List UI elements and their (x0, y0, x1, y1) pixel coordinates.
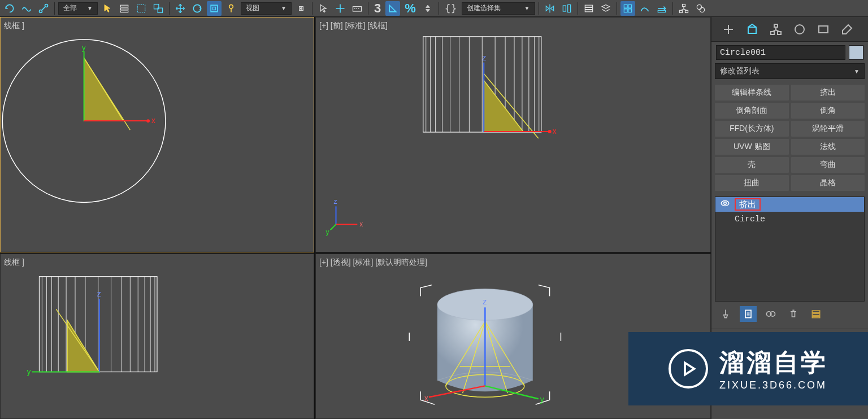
braces-icon[interactable]: {} (442, 2, 459, 14)
tool-link-icon[interactable] (36, 1, 51, 16)
tool-wave-icon[interactable] (19, 1, 34, 16)
svg-rect-16 (567, 5, 570, 12)
filter-dropdown[interactable]: 全部▼ (58, 2, 98, 15)
select-name-icon[interactable] (117, 1, 132, 16)
dope-sheet-icon[interactable] (654, 1, 669, 16)
selection-set-dropdown[interactable]: 创建选择集▼ (462, 2, 535, 15)
modbtn-ffd-box[interactable]: FFD(长方体) (715, 121, 789, 137)
svg-rect-24 (658, 10, 665, 12)
percent-snap-icon[interactable]: % (402, 1, 418, 16)
command-panel-tabs (711, 17, 868, 42)
modbtn-bevel[interactable]: 倒角 (791, 103, 865, 119)
svg-marker-83 (67, 320, 99, 372)
modbtn-edit-spline[interactable]: 编辑样条线 (715, 85, 789, 101)
modbtn-twist[interactable]: 扭曲 (715, 175, 789, 191)
angle-snap-icon[interactable] (385, 1, 400, 16)
stack-item-extrude[interactable]: 挤出 (715, 197, 864, 212)
object-name-input[interactable] (716, 45, 845, 60)
align-icon[interactable] (559, 1, 574, 16)
separator (539, 2, 539, 15)
make-unique-icon[interactable] (762, 306, 779, 322)
viewport-front[interactable]: [+] [前] [标准] [线框] z x (315, 17, 711, 252)
window-cross-icon[interactable] (151, 1, 166, 16)
modbtn-shell[interactable]: 壳 (715, 157, 789, 173)
separator (672, 2, 673, 15)
svg-rect-98 (771, 32, 774, 34)
viewport-left[interactable]: 线框 ] z y (0, 254, 314, 419)
modbtn-bevel-profile[interactable]: 倒角剖面 (715, 103, 789, 119)
separator (368, 2, 368, 15)
move-icon[interactable] (173, 1, 188, 16)
svg-rect-2 (120, 5, 128, 7)
placement-icon[interactable] (224, 1, 238, 16)
rotate-icon[interactable] (190, 1, 205, 16)
pivot-icon[interactable] (294, 1, 309, 16)
layers-icon[interactable] (598, 1, 613, 16)
modbtn-bend[interactable]: 弯曲 (791, 157, 865, 173)
visibility-eye-icon[interactable] (715, 198, 735, 211)
dropdown-label: 修改器列表 (720, 66, 760, 76)
scale-icon[interactable] (207, 1, 222, 16)
svg-point-102 (721, 200, 729, 206)
marquee-rect-icon[interactable] (134, 1, 149, 16)
svg-rect-3 (120, 8, 128, 10)
object-color-swatch[interactable] (849, 45, 863, 60)
modbtn-uvw-map[interactable]: UVW 贴图 (715, 139, 789, 155)
show-end-result-icon[interactable] (740, 306, 757, 322)
svg-text:x: x (424, 394, 428, 403)
svg-rect-25 (682, 4, 685, 6)
modifier-list-dropdown[interactable]: 修改器列表 ▼ (715, 63, 865, 79)
svg-line-65 (331, 224, 336, 230)
curve-editor-icon[interactable] (637, 1, 652, 16)
snap-3-icon[interactable]: 3 (372, 1, 383, 16)
configure-sets-icon[interactable] (808, 306, 824, 322)
move-arrows-icon[interactable] (333, 1, 348, 16)
pin-stack-icon[interactable] (717, 306, 734, 322)
spinner-snap-icon[interactable] (420, 1, 435, 16)
svg-text:z: z (97, 289, 101, 298)
svg-rect-17 (585, 5, 592, 7)
remove-modifier-icon[interactable] (785, 306, 802, 322)
highlighted-modifier: 挤出 (735, 198, 761, 211)
svg-text:z: z (334, 198, 337, 206)
viewport-top[interactable]: 线框 ] y x (0, 17, 314, 252)
svg-rect-22 (624, 8, 627, 12)
dropdown-label: 创建选择集 (467, 3, 501, 13)
select-arrow-icon[interactable] (100, 1, 115, 16)
modify-tab-icon[interactable] (744, 21, 760, 37)
svg-rect-15 (563, 6, 566, 11)
chevron-down-icon: ▼ (281, 5, 287, 11)
modbtn-normal[interactable]: 法线 (791, 139, 865, 155)
modbtn-extrude[interactable]: 挤出 (791, 85, 865, 101)
viewport-scene: z y (1, 254, 314, 418)
modifier-stack[interactable]: 挤出 Circle (715, 197, 865, 302)
modbtn-turbosmooth[interactable]: 涡轮平滑 (791, 121, 865, 137)
svg-text:x: x (553, 126, 557, 136)
toggle-ribbon-icon[interactable] (620, 1, 635, 16)
keyboard-icon[interactable] (350, 1, 364, 16)
separator (312, 2, 313, 15)
display-tab-icon[interactable] (815, 21, 831, 37)
stack-item-circle[interactable]: Circle (715, 212, 864, 226)
stack-item-label: Circle (735, 215, 765, 224)
svg-point-0 (40, 10, 42, 12)
create-tab-icon[interactable] (721, 21, 736, 37)
separator (578, 2, 578, 15)
layer-explorer-icon[interactable] (581, 1, 596, 16)
motion-tab-icon[interactable] (792, 21, 808, 37)
utilities-tab-icon[interactable] (839, 21, 855, 37)
hierarchy-tab-icon[interactable] (768, 21, 784, 37)
material-editor-icon[interactable] (693, 1, 708, 16)
modifier-buttons-grid: 编辑样条线 挤出 倒角剖面 倒角 FFD(长方体) 涡轮平滑 UVW 贴图 法线… (711, 79, 868, 194)
modbtn-lattice[interactable]: 晶格 (791, 175, 865, 191)
watermark-url: ZIXUE.3D66.COM (719, 379, 828, 391)
svg-point-29 (700, 7, 704, 12)
svg-marker-110 (685, 363, 695, 375)
schematic-view-icon[interactable] (676, 1, 691, 16)
refcoord-dropdown[interactable]: 视图▼ (241, 2, 292, 15)
viewport-label: 线框 ] (4, 21, 24, 31)
mirror-icon[interactable] (542, 1, 557, 16)
manipulate-icon[interactable] (316, 1, 331, 16)
tool-undo-icon[interactable] (2, 1, 17, 16)
svg-rect-14 (353, 6, 362, 11)
